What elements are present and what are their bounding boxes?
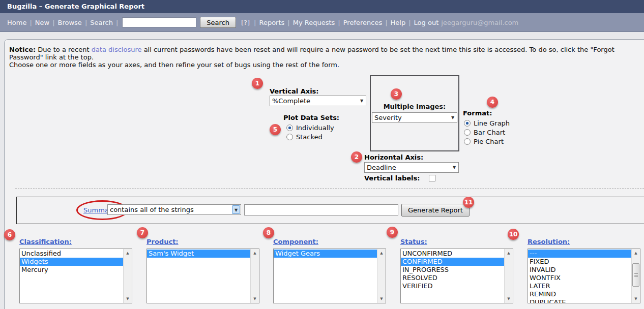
product-listbox[interactable]: Sam's Widget ▲ ▼ [147, 249, 259, 303]
component-listbox[interactable]: Widget Gears ▲ ▼ [273, 249, 386, 303]
list-option[interactable]: REMIND [528, 290, 631, 298]
list-option[interactable]: IN_PROGRESS [401, 266, 504, 274]
annotation-badge-8: 8 [263, 227, 274, 238]
scroll-thumb[interactable] [632, 263, 639, 287]
resolution-listbox[interactable]: ---FIXEDINVALIDWONTFIXLATERREMINDDUPLICA… [528, 249, 640, 303]
nav-my-requests-link[interactable]: My Requests [293, 19, 335, 26]
scroll-down-icon[interactable]: ▼ [377, 295, 386, 303]
scroll-up-icon[interactable]: ▲ [377, 249, 386, 257]
annotation-badge-2: 2 [351, 151, 362, 163]
product-options: Sam's Widget [147, 249, 250, 303]
scroll-track[interactable] [377, 257, 386, 295]
list-option[interactable]: FIXED [528, 258, 631, 266]
list-option[interactable]: CONFIRMED [401, 258, 504, 266]
quicksearch-button[interactable]: Search [200, 17, 236, 28]
summary-text-input[interactable] [244, 204, 398, 215]
list-option[interactable]: Sam's Widget [147, 250, 250, 258]
nav-preferences-link[interactable]: Preferences [343, 19, 382, 26]
classification-options: UnclassifiedWidgetsMercury [20, 249, 123, 303]
list-option[interactable]: Unclassified [20, 250, 123, 258]
vertical-labels-checkbox[interactable] [429, 175, 435, 181]
nav-separator: | [85, 19, 87, 26]
data-disclosure-link[interactable]: data disclosure [92, 46, 142, 53]
list-option[interactable]: Widget Gears [274, 250, 377, 258]
format-radio-option[interactable]: Pie Chart [464, 137, 510, 146]
radio-option-label: Individually [296, 124, 334, 132]
nav-reports-link[interactable]: Reports [259, 19, 284, 26]
product-label[interactable]: Product: [147, 238, 179, 245]
scroll-track[interactable] [505, 257, 513, 295]
nav-home-link[interactable]: Home [7, 19, 26, 26]
nav-separator: | [408, 19, 411, 26]
scrollbar[interactable]: ▲ ▼ [504, 249, 513, 303]
annotation-badge-6: 6 [4, 229, 15, 240]
summary-match-type-select[interactable]: contains all of the strings ▼ [107, 204, 241, 215]
scroll-track[interactable] [124, 257, 132, 295]
format-label: Format: [463, 109, 492, 117]
scroll-up-icon[interactable]: ▲ [251, 249, 259, 257]
main-navbar: Home | New | Browse | Search | Search [?… [0, 13, 644, 32]
scroll-down-icon[interactable]: ▼ [124, 295, 132, 303]
nav-logout-link[interactable]: Log out [414, 19, 439, 26]
list-option[interactable]: UNCONFIRMED [401, 250, 504, 258]
annotation-badge-11: 11 [463, 197, 474, 208]
scrollbar[interactable]: ▲ ▼ [250, 249, 259, 303]
quicksearch-help-link[interactable]: [?] [241, 19, 250, 26]
list-option[interactable]: Mercury [20, 266, 123, 274]
list-option[interactable]: WONTFIX [528, 274, 631, 282]
component-label[interactable]: Component: [273, 238, 318, 245]
nav-search-link[interactable]: Search [90, 19, 113, 26]
radio-icon [286, 125, 293, 131]
scrollbar[interactable]: ▲ ▼ [377, 249, 386, 303]
radio-icon [464, 129, 471, 136]
list-option[interactable]: --- [528, 250, 631, 258]
horizontal-axis-selected-value: Deadline [365, 164, 450, 171]
format-radio-option[interactable]: Bar Chart [464, 128, 510, 137]
scroll-down-icon[interactable]: ▼ [251, 295, 259, 303]
list-option[interactable]: VERIFIED [401, 282, 504, 290]
multiple-images-select[interactable]: Severity ▼ [372, 112, 457, 123]
list-option[interactable]: DUPLICATE [528, 298, 631, 303]
nav-help-link[interactable]: Help [391, 19, 406, 26]
vertical-labels-label: Vertical labels: [364, 174, 420, 182]
plot-data-sets-radio-option[interactable]: Stacked [286, 132, 334, 141]
classification-label[interactable]: Classification: [19, 238, 72, 245]
nav-separator: | [338, 19, 340, 26]
plot-data-sets-radio-group: Individually Stacked [286, 123, 334, 141]
component-options: Widget Gears [274, 249, 377, 303]
scrollbar[interactable]: ▲ ▼ [123, 249, 132, 303]
vertical-axis-select[interactable]: %Complete ▼ [270, 96, 366, 106]
window-title-bar: Bugzilla – Generate Graphical Report [0, 0, 644, 13]
annotation-badge-3: 3 [391, 88, 402, 100]
quicksearch-input[interactable] [122, 17, 196, 27]
list-option[interactable]: INVALID [528, 266, 631, 274]
resolution-label[interactable]: Resolution: [528, 238, 570, 245]
format-radio-option[interactable]: Line Graph [464, 118, 510, 128]
status-listbox[interactable]: UNCONFIRMEDCONFIRMEDIN_PROGRESSRESOLVEDV… [400, 249, 513, 303]
list-option[interactable]: LATER [528, 282, 631, 290]
nav-separator: | [287, 19, 289, 26]
scroll-track[interactable] [251, 257, 259, 295]
chevron-down-icon: ▼ [358, 99, 366, 103]
scroll-down-icon[interactable]: ▼ [632, 295, 640, 303]
radio-option-label: Line Graph [474, 119, 510, 127]
nav-new-link[interactable]: New [35, 19, 49, 26]
horizontal-axis-select[interactable]: Deadline ▼ [364, 162, 459, 173]
radio-icon [464, 138, 471, 145]
list-option[interactable]: RESOLVED [401, 274, 504, 282]
scroll-up-icon[interactable]: ▲ [124, 249, 132, 257]
plot-data-sets-radio-option[interactable]: Individually [286, 123, 334, 132]
generate-report-button[interactable]: Generate Report [401, 204, 470, 217]
radio-option-label: Bar Chart [474, 129, 505, 136]
scroll-up-icon[interactable]: ▲ [505, 249, 513, 257]
scrollbar[interactable]: ▲ ▼ [631, 249, 640, 303]
scroll-down-icon[interactable]: ▼ [505, 295, 513, 303]
status-label[interactable]: Status: [400, 238, 427, 245]
classification-listbox[interactable]: UnclassifiedWidgetsMercury ▲ ▼ [19, 249, 132, 303]
list-option[interactable]: Widgets [20, 258, 123, 266]
radio-option-label: Pie Chart [474, 138, 504, 145]
annotation-badge-5: 5 [270, 124, 281, 135]
scroll-track[interactable] [632, 257, 640, 295]
scroll-up-icon[interactable]: ▲ [632, 249, 640, 257]
nav-browse-link[interactable]: Browse [58, 19, 82, 26]
